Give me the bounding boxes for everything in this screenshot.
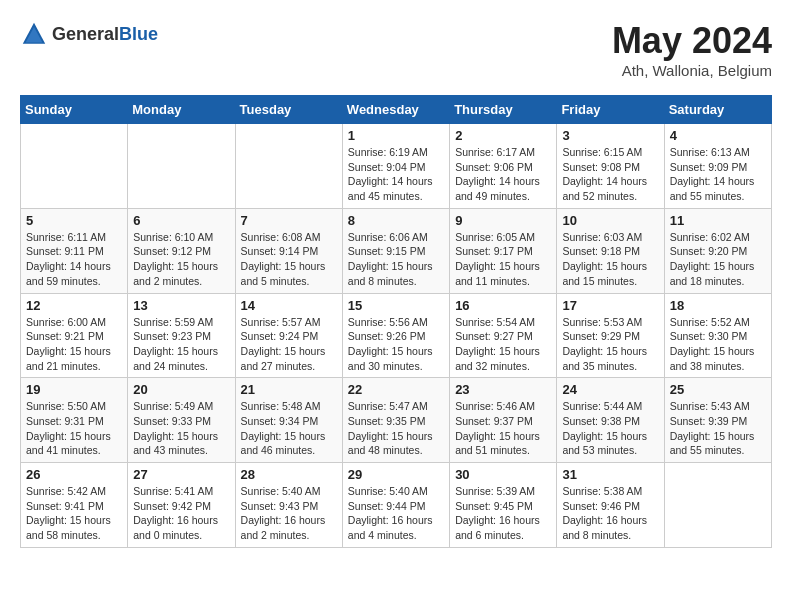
col-monday: Monday [128,96,235,124]
day-number: 6 [133,213,229,228]
calendar-cell: 4Sunrise: 6:13 AM Sunset: 9:09 PM Daylig… [664,124,771,209]
calendar-cell: 29Sunrise: 5:40 AM Sunset: 9:44 PM Dayli… [342,463,449,548]
calendar-cell: 20Sunrise: 5:49 AM Sunset: 9:33 PM Dayli… [128,378,235,463]
day-info: Sunrise: 5:40 AM Sunset: 9:43 PM Dayligh… [241,484,337,543]
day-info: Sunrise: 6:19 AM Sunset: 9:04 PM Dayligh… [348,145,444,204]
day-info: Sunrise: 5:44 AM Sunset: 9:38 PM Dayligh… [562,399,658,458]
calendar-cell: 3Sunrise: 6:15 AM Sunset: 9:08 PM Daylig… [557,124,664,209]
day-info: Sunrise: 5:39 AM Sunset: 9:45 PM Dayligh… [455,484,551,543]
day-info: Sunrise: 5:48 AM Sunset: 9:34 PM Dayligh… [241,399,337,458]
day-info: Sunrise: 5:54 AM Sunset: 9:27 PM Dayligh… [455,315,551,374]
day-number: 27 [133,467,229,482]
calendar-week-row: 12Sunrise: 6:00 AM Sunset: 9:21 PM Dayli… [21,293,772,378]
col-wednesday: Wednesday [342,96,449,124]
logo: GeneralBlue [20,20,158,48]
day-number: 19 [26,382,122,397]
calendar-cell: 31Sunrise: 5:38 AM Sunset: 9:46 PM Dayli… [557,463,664,548]
day-info: Sunrise: 5:57 AM Sunset: 9:24 PM Dayligh… [241,315,337,374]
day-number: 24 [562,382,658,397]
day-number: 14 [241,298,337,313]
day-number: 28 [241,467,337,482]
day-number: 22 [348,382,444,397]
page-header: GeneralBlue May 2024 Ath, Wallonia, Belg… [20,20,772,79]
day-number: 21 [241,382,337,397]
calendar-week-row: 26Sunrise: 5:42 AM Sunset: 9:41 PM Dayli… [21,463,772,548]
calendar-cell: 15Sunrise: 5:56 AM Sunset: 9:26 PM Dayli… [342,293,449,378]
day-number: 9 [455,213,551,228]
calendar-header-row: Sunday Monday Tuesday Wednesday Thursday… [21,96,772,124]
day-info: Sunrise: 6:00 AM Sunset: 9:21 PM Dayligh… [26,315,122,374]
day-info: Sunrise: 5:50 AM Sunset: 9:31 PM Dayligh… [26,399,122,458]
location: Ath, Wallonia, Belgium [612,62,772,79]
calendar-cell: 13Sunrise: 5:59 AM Sunset: 9:23 PM Dayli… [128,293,235,378]
col-saturday: Saturday [664,96,771,124]
day-number: 7 [241,213,337,228]
day-number: 30 [455,467,551,482]
day-info: Sunrise: 5:38 AM Sunset: 9:46 PM Dayligh… [562,484,658,543]
calendar-cell: 23Sunrise: 5:46 AM Sunset: 9:37 PM Dayli… [450,378,557,463]
day-number: 11 [670,213,766,228]
day-number: 12 [26,298,122,313]
calendar-cell: 26Sunrise: 5:42 AM Sunset: 9:41 PM Dayli… [21,463,128,548]
day-number: 15 [348,298,444,313]
calendar-cell: 30Sunrise: 5:39 AM Sunset: 9:45 PM Dayli… [450,463,557,548]
calendar-cell: 6Sunrise: 6:10 AM Sunset: 9:12 PM Daylig… [128,208,235,293]
calendar-cell: 22Sunrise: 5:47 AM Sunset: 9:35 PM Dayli… [342,378,449,463]
day-info: Sunrise: 6:13 AM Sunset: 9:09 PM Dayligh… [670,145,766,204]
col-tuesday: Tuesday [235,96,342,124]
day-info: Sunrise: 6:10 AM Sunset: 9:12 PM Dayligh… [133,230,229,289]
calendar-cell: 8Sunrise: 6:06 AM Sunset: 9:15 PM Daylig… [342,208,449,293]
month-year: May 2024 [612,20,772,62]
day-number: 3 [562,128,658,143]
col-thursday: Thursday [450,96,557,124]
day-info: Sunrise: 5:47 AM Sunset: 9:35 PM Dayligh… [348,399,444,458]
calendar-cell: 7Sunrise: 6:08 AM Sunset: 9:14 PM Daylig… [235,208,342,293]
calendar-cell: 11Sunrise: 6:02 AM Sunset: 9:20 PM Dayli… [664,208,771,293]
day-number: 29 [348,467,444,482]
day-info: Sunrise: 5:40 AM Sunset: 9:44 PM Dayligh… [348,484,444,543]
day-number: 1 [348,128,444,143]
day-info: Sunrise: 5:52 AM Sunset: 9:30 PM Dayligh… [670,315,766,374]
title-block: May 2024 Ath, Wallonia, Belgium [612,20,772,79]
calendar-week-row: 1Sunrise: 6:19 AM Sunset: 9:04 PM Daylig… [21,124,772,209]
calendar-week-row: 19Sunrise: 5:50 AM Sunset: 9:31 PM Dayli… [21,378,772,463]
calendar-cell [664,463,771,548]
day-info: Sunrise: 5:46 AM Sunset: 9:37 PM Dayligh… [455,399,551,458]
col-friday: Friday [557,96,664,124]
calendar-cell: 2Sunrise: 6:17 AM Sunset: 9:06 PM Daylig… [450,124,557,209]
calendar-cell: 10Sunrise: 6:03 AM Sunset: 9:18 PM Dayli… [557,208,664,293]
day-info: Sunrise: 6:15 AM Sunset: 9:08 PM Dayligh… [562,145,658,204]
day-number: 25 [670,382,766,397]
calendar-cell: 17Sunrise: 5:53 AM Sunset: 9:29 PM Dayli… [557,293,664,378]
day-number: 8 [348,213,444,228]
calendar-cell [21,124,128,209]
calendar-cell: 5Sunrise: 6:11 AM Sunset: 9:11 PM Daylig… [21,208,128,293]
day-info: Sunrise: 6:03 AM Sunset: 9:18 PM Dayligh… [562,230,658,289]
calendar-cell: 28Sunrise: 5:40 AM Sunset: 9:43 PM Dayli… [235,463,342,548]
day-info: Sunrise: 6:17 AM Sunset: 9:06 PM Dayligh… [455,145,551,204]
day-number: 18 [670,298,766,313]
day-info: Sunrise: 5:59 AM Sunset: 9:23 PM Dayligh… [133,315,229,374]
calendar-cell: 12Sunrise: 6:00 AM Sunset: 9:21 PM Dayli… [21,293,128,378]
calendar-cell: 24Sunrise: 5:44 AM Sunset: 9:38 PM Dayli… [557,378,664,463]
day-info: Sunrise: 6:05 AM Sunset: 9:17 PM Dayligh… [455,230,551,289]
day-info: Sunrise: 6:08 AM Sunset: 9:14 PM Dayligh… [241,230,337,289]
logo-icon [20,20,48,48]
day-number: 20 [133,382,229,397]
day-info: Sunrise: 6:11 AM Sunset: 9:11 PM Dayligh… [26,230,122,289]
day-info: Sunrise: 5:42 AM Sunset: 9:41 PM Dayligh… [26,484,122,543]
day-info: Sunrise: 5:49 AM Sunset: 9:33 PM Dayligh… [133,399,229,458]
calendar-cell: 9Sunrise: 6:05 AM Sunset: 9:17 PM Daylig… [450,208,557,293]
calendar-table: Sunday Monday Tuesday Wednesday Thursday… [20,95,772,548]
logo-general: GeneralBlue [52,24,158,45]
day-number: 17 [562,298,658,313]
calendar-cell: 18Sunrise: 5:52 AM Sunset: 9:30 PM Dayli… [664,293,771,378]
calendar-cell [235,124,342,209]
day-number: 16 [455,298,551,313]
day-number: 26 [26,467,122,482]
day-number: 31 [562,467,658,482]
calendar-cell: 14Sunrise: 5:57 AM Sunset: 9:24 PM Dayli… [235,293,342,378]
day-number: 2 [455,128,551,143]
day-number: 4 [670,128,766,143]
day-info: Sunrise: 5:56 AM Sunset: 9:26 PM Dayligh… [348,315,444,374]
